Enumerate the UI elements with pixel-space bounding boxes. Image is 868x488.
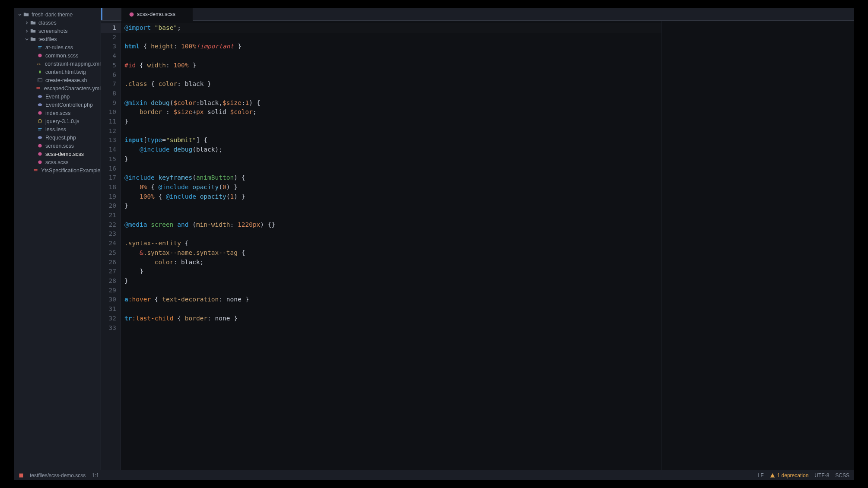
tree-file-label: constraint-mapping.xml [45,61,101,67]
status-deprecation[interactable]: 1 deprecation [770,472,809,478]
php-file-icon [37,94,43,100]
svg-point-19 [129,12,134,16]
svg-rect-1 [38,48,41,48]
tree-folder[interactable]: classes [14,19,101,27]
svg-point-14 [38,144,41,147]
tree-file[interactable]: Request.php [14,133,101,142]
svg-rect-6 [37,89,40,89]
tree-file-label: jquery-3.1.0.js [45,118,79,124]
less-file-icon [37,127,43,133]
svg-rect-17 [34,169,37,170]
editor-body: 1234567891011121314151617181920212223242… [101,21,854,470]
svg-point-2 [38,54,41,57]
tab-bar: scss-demo.scss [101,8,854,21]
tree-folder-label: screenshots [38,28,67,34]
tree-file-label: EventController.php [45,102,93,108]
tree-file[interactable]: scss-demo.scss [14,150,101,158]
status-path[interactable]: testfiles/scss-demo.scss [30,472,86,478]
folder-icon [30,36,36,42]
tree-file[interactable]: <>constraint-mapping.xml [14,60,101,68]
tree-file[interactable]: Event.php [14,92,101,101]
tree-file[interactable]: content.html.twig [14,68,101,76]
warning-icon [770,473,775,478]
tree-file[interactable]: jquery-3.1.0.js [14,117,101,125]
tree-file[interactable]: YtsSpecificationExamples.yml [14,166,101,174]
chevron-right-icon [25,21,29,25]
sh-file-icon [37,77,43,83]
twig-file-icon [37,69,43,75]
scss-file-icon [37,159,43,165]
tree-file-label: content.html.twig [45,69,86,75]
tree-file-label: screen.scss [45,143,74,149]
tree-file[interactable]: at-rules.css [14,43,101,51]
scss-file-icon [37,110,43,116]
tree-file[interactable]: escapedCharacters.yml [14,84,101,92]
tree-file-label: Request.php [45,135,76,141]
tab-active[interactable]: scss-demo.scss [121,8,193,21]
tree-file[interactable]: common.scss [14,51,101,60]
scss-file-icon [37,151,43,157]
tree-file-label: scss-demo.scss [45,151,84,157]
line-number-gutter[interactable]: 1234567891011121314151617181920212223242… [101,21,121,470]
svg-rect-12 [38,130,41,130]
editor-area: scss-demo.scss 1234567891011121314151617… [101,8,854,470]
folder-icon [30,28,36,34]
php-file-icon [37,135,43,141]
svg-point-9 [38,111,41,114]
scss-file-icon [37,53,43,59]
tree-file[interactable]: create-release.sh [14,76,101,84]
tree-root[interactable]: fresh-dark-theme [14,10,101,19]
tree-file-label: common.scss [45,53,78,59]
css-file-icon [37,44,43,51]
tree-file[interactable]: index.scss [14,109,101,117]
svg-rect-4 [38,78,42,82]
tree-file-label: YtsSpecificationExamples.yml [41,168,101,174]
tree-file-label: scss.scss [45,159,68,165]
tree-folder-label: classes [38,20,57,26]
tree-folder[interactable]: screenshots [14,27,101,35]
tree-folder-label: testfiles [38,36,57,42]
svg-rect-5 [37,87,40,88]
svg-point-8 [38,103,42,106]
chevron-down-icon [25,37,29,41]
svg-point-10 [38,119,41,123]
yml-file-icon [32,168,38,174]
tab-gutter-spacer [101,8,121,21]
status-encoding[interactable]: UTF-8 [814,472,829,478]
file-tree[interactable]: fresh-dark-theme classesscreenshotstestf… [14,8,101,470]
status-eol[interactable]: LF [758,472,764,478]
status-language[interactable]: SCSS [835,472,849,478]
scss-file-icon [37,143,43,149]
js-file-icon [37,118,43,124]
svg-rect-11 [38,128,41,129]
tree-folder[interactable]: testfiles [14,35,101,43]
php-file-icon [37,102,43,108]
svg-point-15 [38,152,41,155]
folder-icon [30,20,36,26]
tree-root-label: fresh-dark-theme [32,12,73,18]
tree-file[interactable]: screen.scss [14,142,101,150]
tree-file-label: escapedCharacters.yml [44,86,101,92]
tree-file[interactable]: EventController.php [14,101,101,109]
svg-rect-20 [19,473,23,477]
chevron-right-icon [25,29,29,33]
scss-file-icon [128,11,134,17]
main-area: fresh-dark-theme classesscreenshotstestf… [14,8,854,470]
yml-file-icon [35,86,41,92]
svg-point-16 [38,160,41,164]
tree-file[interactable]: less.less [14,125,101,133]
status-file-icon[interactable] [19,473,24,478]
svg-point-7 [38,95,42,98]
svg-rect-0 [38,46,41,47]
code-area[interactable]: @import "base"; html { height: 100%!impo… [121,21,661,470]
svg-point-13 [38,136,42,139]
tree-file-label: index.scss [45,110,70,116]
svg-text:<>: <> [37,62,41,66]
folder-icon [23,12,29,18]
status-bar: testfiles/scss-demo.scss 1:1 LF 1 deprec… [14,470,854,480]
tree-file-label: less.less [45,127,66,133]
tree-file-label: create-release.sh [45,77,87,83]
status-cursor[interactable]: 1:1 [92,472,99,478]
tree-file[interactable]: scss.scss [14,158,101,166]
minimap[interactable] [661,21,854,470]
